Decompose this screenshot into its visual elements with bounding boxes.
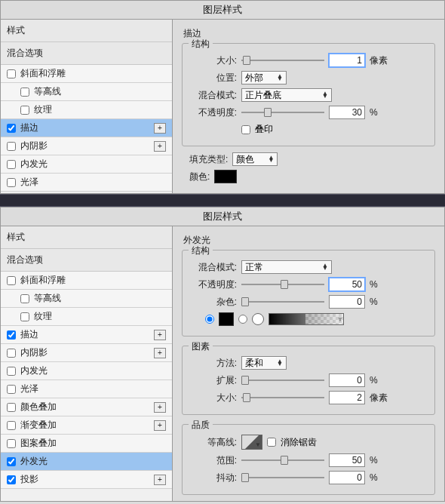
effect-checkbox[interactable] xyxy=(7,367,16,376)
sidebar-item[interactable]: 描边+ xyxy=(1,119,172,137)
sidebar-header-styles[interactable]: 样式 xyxy=(1,20,172,42)
sidebar-item-label: 渐变叠加 xyxy=(20,419,154,432)
method-select[interactable]: 柔和▲▼ xyxy=(241,356,287,370)
sidebar-item[interactable]: 内阴影+ xyxy=(1,344,172,362)
range-input[interactable] xyxy=(329,453,365,467)
effect-checkbox[interactable] xyxy=(7,403,16,412)
dialog-title: 图层样式 xyxy=(1,207,444,226)
fill-type-select[interactable]: 颜色▲▼ xyxy=(232,152,278,166)
antialias-checkbox[interactable] xyxy=(267,438,276,447)
add-effect-button[interactable]: + xyxy=(154,402,166,413)
add-effect-button[interactable]: + xyxy=(154,420,166,431)
sidebar-item[interactable]: 投影+ xyxy=(1,471,172,489)
effect-checkbox[interactable] xyxy=(7,330,16,340)
sidebar-item[interactable]: 光泽 xyxy=(1,380,172,398)
sidebar-item[interactable]: 描边+ xyxy=(1,326,172,344)
layer-style-panel-1: 图层样式 样式 混合选项 斜面和浮雕等高线纹理描边+内阴影+内发光光泽 描边 结… xyxy=(0,0,445,194)
overprint-checkbox[interactable] xyxy=(241,125,250,134)
effect-checkbox[interactable] xyxy=(20,106,29,115)
effect-checkbox[interactable] xyxy=(7,178,16,187)
sidebar-item[interactable]: 内阴影+ xyxy=(1,137,172,155)
noise-slider[interactable] xyxy=(241,297,324,307)
sidebar-item[interactable]: 斜面和浮雕 xyxy=(1,272,172,290)
sidebar-item[interactable]: 纹理 xyxy=(1,308,172,326)
sidebar-item-label: 光泽 xyxy=(20,383,166,395)
fill-type-label: 填充类型: xyxy=(189,153,228,166)
opacity-input[interactable] xyxy=(329,278,365,291)
add-effect-button[interactable]: + xyxy=(154,330,166,340)
effect-checkbox[interactable] xyxy=(7,276,16,285)
size-input[interactable] xyxy=(329,54,365,67)
sidebar-item[interactable]: 等高线 xyxy=(1,290,172,308)
add-effect-button[interactable]: + xyxy=(154,123,166,134)
effect-checkbox[interactable] xyxy=(7,385,16,394)
sidebar-item-label: 描边 xyxy=(20,328,154,341)
sidebar-item[interactable]: 纹理 xyxy=(1,101,172,119)
contour-picker[interactable]: ▼ xyxy=(241,435,262,450)
sidebar-item-label: 内发光 xyxy=(20,364,166,377)
gradient-bar[interactable]: ▼ xyxy=(269,313,344,325)
structure-legend: 结构 xyxy=(189,38,213,51)
opacity-slider[interactable] xyxy=(241,279,324,290)
sidebar-item[interactable]: 渐变叠加+ xyxy=(1,416,172,435)
opacity-label: 不透明度: xyxy=(190,278,237,291)
size-unit: 像素 xyxy=(370,54,388,67)
effect-checkbox[interactable] xyxy=(20,88,29,97)
structure-legend: 结构 xyxy=(189,244,213,257)
styles-sidebar: 样式 混合选项 斜面和浮雕等高线纹理描边+内阴影+内发光光泽颜色叠加+渐变叠加+… xyxy=(1,226,173,501)
add-effect-button[interactable]: + xyxy=(154,475,166,485)
sidebar-item[interactable]: 内发光 xyxy=(1,362,172,380)
range-slider[interactable] xyxy=(241,455,324,466)
effect-checkbox[interactable] xyxy=(7,160,16,169)
size-slider[interactable] xyxy=(241,55,324,66)
effect-checkbox[interactable] xyxy=(7,349,16,358)
effect-checkbox[interactable] xyxy=(7,457,16,466)
jitter-slider[interactable] xyxy=(241,472,324,483)
size-input[interactable] xyxy=(329,391,365,404)
sidebar-header-blend[interactable]: 混合选项 xyxy=(1,42,172,65)
sidebar-item[interactable]: 斜面和浮雕 xyxy=(1,65,172,83)
noise-input[interactable] xyxy=(329,295,365,309)
effect-checkbox[interactable] xyxy=(7,421,16,430)
effect-checkbox[interactable] xyxy=(7,439,16,448)
color-radio[interactable] xyxy=(205,315,214,324)
effect-checkbox[interactable] xyxy=(20,312,29,321)
effect-checkbox[interactable] xyxy=(7,124,16,133)
blend-mode-label: 混合模式: xyxy=(190,89,237,102)
effect-checkbox[interactable] xyxy=(7,142,16,151)
blend-mode-select[interactable]: 正常▲▼ xyxy=(241,260,332,274)
sidebar-item[interactable]: 颜色叠加+ xyxy=(1,398,172,416)
sidebar-item-label: 纹理 xyxy=(34,103,166,116)
opacity-slider[interactable] xyxy=(241,107,324,118)
sidebar-item[interactable]: 外发光 xyxy=(1,453,172,471)
sidebar-item[interactable]: 图案叠加 xyxy=(1,435,172,453)
quality-legend: 品质 xyxy=(189,419,213,432)
color-swatch[interactable] xyxy=(214,170,237,183)
opacity-input[interactable] xyxy=(329,106,365,119)
spread-slider[interactable] xyxy=(241,375,324,386)
sidebar-header-styles[interactable]: 样式 xyxy=(1,226,172,249)
section-title: 外发光 xyxy=(183,234,435,247)
size-label: 大小: xyxy=(190,392,237,404)
effect-checkbox[interactable] xyxy=(7,69,16,78)
jitter-input[interactable] xyxy=(329,471,365,484)
sidebar-header-blend[interactable]: 混合选项 xyxy=(1,249,172,272)
sidebar-item-label: 等高线 xyxy=(34,85,166,98)
effect-checkbox[interactable] xyxy=(20,294,29,303)
gradient-color-circle[interactable] xyxy=(252,313,264,325)
spread-input[interactable] xyxy=(329,373,365,387)
sidebar-item[interactable]: 光泽 xyxy=(1,174,172,192)
blend-mode-select[interactable]: 正片叠底▲▼ xyxy=(241,88,332,102)
add-effect-button[interactable]: + xyxy=(154,141,166,152)
size-slider[interactable] xyxy=(241,392,324,403)
dialog-title: 图层样式 xyxy=(1,1,444,20)
gradient-radio[interactable] xyxy=(238,315,247,324)
effect-checkbox[interactable] xyxy=(7,475,16,484)
sidebar-item[interactable]: 等高线 xyxy=(1,83,172,101)
sidebar-item[interactable]: 内发光 xyxy=(1,155,172,174)
glow-color-swatch[interactable] xyxy=(219,312,234,326)
sidebar-item-label: 图案叠加 xyxy=(20,437,166,450)
add-effect-button[interactable]: + xyxy=(154,348,166,358)
opacity-unit: % xyxy=(370,107,378,118)
position-select[interactable]: 外部▲▼ xyxy=(241,71,287,85)
